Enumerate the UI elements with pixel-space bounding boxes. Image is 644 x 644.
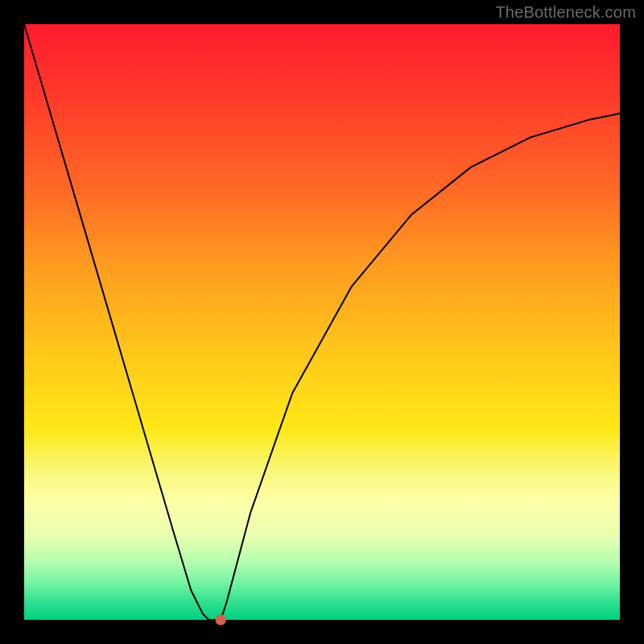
- curve-layer: [24, 24, 620, 620]
- watermark-text: TheBottleneck.com: [495, 3, 636, 22]
- chart-frame: TheBottleneck.com: [0, 0, 644, 644]
- optimum-marker: [216, 614, 226, 625]
- bottleneck-curve: [24, 24, 620, 620]
- plot-area: [24, 24, 620, 620]
